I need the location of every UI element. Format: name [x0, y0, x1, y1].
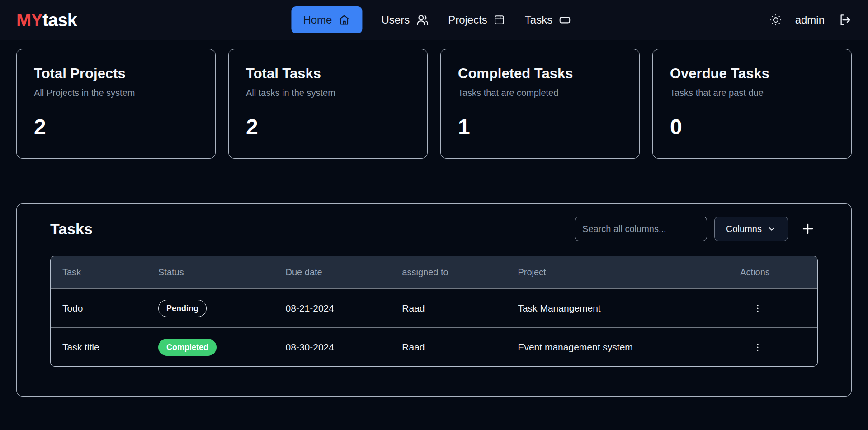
- column-header-assigned-to: assigned to: [390, 267, 506, 278]
- stat-subtitle: All tasks in the system: [246, 88, 410, 98]
- add-task-button[interactable]: [798, 221, 818, 236]
- logout-button[interactable]: [837, 13, 852, 27]
- search-input[interactable]: [575, 217, 707, 241]
- column-header-status: Status: [146, 267, 274, 278]
- kebab-menu-icon: [753, 342, 763, 352]
- theme-toggle-button[interactable]: [769, 13, 783, 27]
- kebab-menu-icon: [753, 303, 763, 313]
- nav-item-projects[interactable]: Projects: [448, 14, 506, 26]
- row-actions-menu-button[interactable]: [750, 340, 765, 355]
- due-date-cell: 08-21-2024: [274, 303, 391, 314]
- columns-dropdown-button[interactable]: Columns: [714, 217, 788, 241]
- tasks-panel-title: Tasks: [50, 220, 93, 238]
- status-badge: Pending: [158, 300, 207, 317]
- house-icon: [338, 14, 350, 26]
- package-icon: [493, 14, 506, 26]
- column-header-project: Project: [506, 267, 728, 278]
- tasks-table: Task Status Due date assigned to Project…: [50, 256, 818, 367]
- assigned-to-cell: Raad: [390, 342, 506, 353]
- stat-title: Overdue Tasks: [670, 66, 834, 82]
- stat-value: 0: [670, 114, 834, 139]
- tasks-panel-header: Tasks Columns: [50, 217, 818, 241]
- table-row: Todo Pending 08-21-2024 Raad Task Manang…: [51, 288, 817, 327]
- top-nav: MYtask Home Users: [0, 0, 868, 40]
- stat-value: 2: [246, 114, 410, 139]
- column-header-actions: Actions: [728, 267, 817, 278]
- nav-item-users[interactable]: Users: [381, 13, 429, 27]
- nav-projects-label: Projects: [448, 14, 487, 26]
- table-controls: Columns: [575, 217, 818, 241]
- stat-subtitle: All Projects in the system: [34, 88, 198, 98]
- stat-subtitle: Tasks that are completed: [458, 88, 622, 98]
- stat-subtitle: Tasks that are past due: [670, 88, 834, 98]
- nav-users-label: Users: [381, 14, 410, 26]
- nav-tasks-label: Tasks: [525, 14, 552, 26]
- brand-prefix: MY: [16, 10, 42, 30]
- main-nav: Home Users Projects: [291, 0, 571, 40]
- stat-card-completed-tasks: Completed Tasks Tasks that are completed…: [440, 49, 640, 159]
- stat-title: Total Tasks: [246, 66, 410, 82]
- column-header-due-date: Due date: [274, 267, 391, 278]
- users-icon: [415, 13, 429, 27]
- column-header-task: Task: [51, 267, 146, 278]
- project-cell: Task Manangement: [506, 303, 728, 314]
- actions-cell: [728, 340, 817, 355]
- actions-cell: [728, 301, 817, 316]
- stat-title: Total Projects: [34, 66, 198, 82]
- brand-logo[interactable]: MYtask: [16, 10, 77, 30]
- nav-home-label: Home: [303, 14, 332, 26]
- row-actions-menu-button[interactable]: [750, 301, 765, 316]
- chevron-down-icon: [767, 224, 776, 233]
- task-cell: Task title: [51, 342, 146, 353]
- task-cell: Todo: [51, 303, 146, 314]
- brand-suffix: task: [42, 10, 77, 30]
- table-row: Task title Completed 08-30-2024 Raad Eve…: [51, 327, 817, 366]
- plus-icon: [801, 222, 815, 236]
- table-header-row: Task Status Due date assigned to Project…: [51, 256, 817, 288]
- stat-value: 1: [458, 114, 622, 139]
- logout-icon: [837, 13, 852, 27]
- stats-row: Total Projects All Projects in the syste…: [16, 49, 852, 159]
- due-date-cell: 08-30-2024: [274, 342, 391, 353]
- nav-right-group: admin: [769, 13, 852, 27]
- stat-card-overdue-tasks: Overdue Tasks Tasks that are past due 0: [652, 49, 852, 159]
- stat-title: Completed Tasks: [458, 66, 622, 82]
- stat-card-total-tasks: Total Tasks All tasks in the system 2: [228, 49, 428, 159]
- status-cell: Completed: [146, 339, 274, 356]
- project-cell: Event management system: [506, 342, 728, 353]
- panel-icon: [558, 14, 571, 26]
- stat-card-total-projects: Total Projects All Projects in the syste…: [16, 49, 216, 159]
- nav-item-home[interactable]: Home: [291, 6, 362, 33]
- status-cell: Pending: [146, 300, 274, 317]
- status-badge: Completed: [158, 339, 217, 356]
- tasks-panel: Tasks Columns Task: [16, 203, 852, 397]
- nav-item-tasks[interactable]: Tasks: [525, 14, 571, 26]
- stat-value: 2: [34, 114, 198, 139]
- assigned-to-cell: Raad: [390, 303, 506, 314]
- username-label: admin: [795, 14, 825, 26]
- columns-button-label: Columns: [726, 224, 762, 234]
- sun-icon: [769, 13, 783, 27]
